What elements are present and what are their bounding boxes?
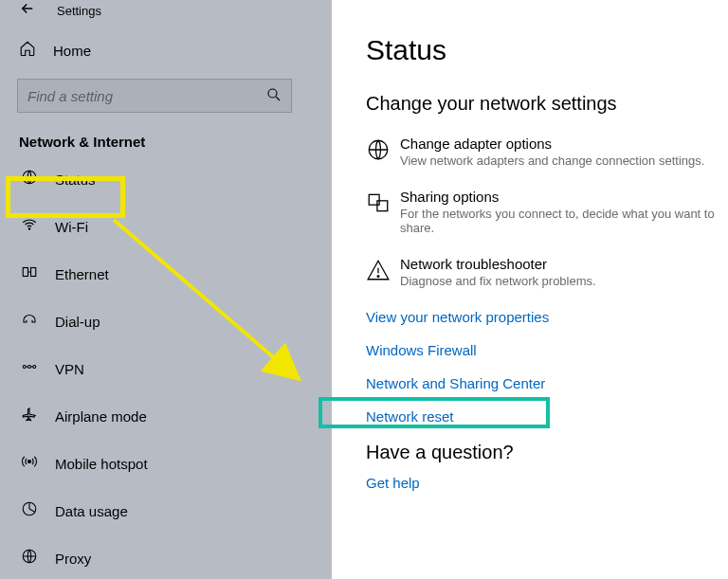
adapter-icon — [366, 136, 400, 168]
svg-point-8 — [28, 461, 31, 463]
option-title: Change adapter options — [400, 136, 719, 152]
vpn-icon — [19, 358, 40, 379]
hotspot-icon — [19, 453, 40, 474]
svg-point-14 — [377, 276, 379, 278]
search-input[interactable] — [17, 79, 292, 113]
option-desc: View network adapters and change connect… — [400, 154, 719, 168]
option-sharing[interactable]: Sharing options For the networks you con… — [366, 189, 728, 235]
nav-label: Proxy — [55, 551, 91, 567]
sidebar-item-ethernet[interactable]: Ethernet — [17, 250, 315, 298]
svg-point-7 — [28, 366, 31, 369]
sidebar-item-airplane[interactable]: Airplane mode — [17, 392, 315, 440]
troubleshoot-icon — [366, 256, 400, 288]
nav-label: Data usage — [55, 503, 128, 519]
section-heading: Change your network settings — [366, 93, 728, 115]
title-bar: Settings — [0, 0, 332, 22]
sidebar-item-wifi[interactable]: Wi-Fi — [17, 203, 315, 250]
airplane-icon — [19, 406, 40, 426]
link-view-properties[interactable]: View your network properties — [366, 309, 728, 325]
sidebar-section-header: Network & Internet — [17, 134, 315, 150]
option-adapter[interactable]: Change adapter options View network adap… — [366, 136, 728, 168]
svg-point-5 — [23, 366, 26, 369]
svg-rect-3 — [23, 268, 27, 277]
option-desc: Diagnose and fix network problems. — [400, 274, 719, 288]
sidebar-item-datausage[interactable]: Data usage — [17, 487, 315, 534]
sidebar-item-status[interactable]: Status — [17, 155, 315, 203]
question-heading: Have a question? — [366, 442, 728, 463]
svg-point-0 — [268, 89, 277, 98]
option-troubleshooter[interactable]: Network troubleshooter Diagnose and fix … — [366, 256, 728, 288]
option-title: Network troubleshooter — [400, 256, 719, 272]
back-arrow-icon[interactable] — [19, 0, 47, 22]
nav-label: Dial-up — [55, 314, 100, 330]
sidebar-item-home[interactable]: Home — [17, 31, 315, 69]
nav-label: Wi-Fi — [55, 219, 88, 235]
home-icon — [17, 40, 38, 61]
nav-label: Status — [55, 172, 96, 188]
data-usage-icon — [19, 500, 40, 521]
svg-point-2 — [28, 228, 30, 230]
option-title: Sharing options — [400, 189, 719, 205]
sidebar-item-hotspot[interactable]: Mobile hotspot — [17, 440, 315, 487]
window-title: Settings — [57, 4, 101, 18]
ethernet-icon — [19, 263, 40, 284]
home-label: Home — [53, 43, 91, 59]
sidebar-item-dialup[interactable]: Dial-up — [17, 298, 315, 345]
status-icon — [19, 169, 40, 190]
nav-label: VPN — [55, 361, 84, 377]
sidebar-item-vpn[interactable]: VPN — [17, 345, 315, 392]
sidebar-item-proxy[interactable]: Proxy — [17, 534, 315, 579]
link-network-sharing-center[interactable]: Network and Sharing Center — [366, 375, 728, 391]
nav-label: Ethernet — [55, 266, 109, 282]
link-network-reset[interactable]: Network reset — [366, 408, 728, 425]
wifi-icon — [19, 216, 40, 237]
search-box[interactable] — [17, 79, 292, 113]
link-windows-firewall[interactable]: Windows Firewall — [366, 342, 728, 358]
option-desc: For the networks you connect to, decide … — [400, 207, 719, 235]
sharing-icon — [366, 189, 400, 235]
svg-rect-4 — [31, 268, 36, 277]
main-content: Status Change your network settings Chan… — [332, 0, 728, 579]
link-get-help[interactable]: Get help — [366, 475, 728, 491]
proxy-icon — [19, 548, 40, 569]
settings-sidebar: Settings Home Network & Internet — [0, 0, 332, 579]
dialup-icon — [19, 311, 40, 332]
svg-point-6 — [33, 366, 36, 369]
nav-label: Airplane mode — [55, 408, 147, 425]
nav-label: Mobile hotspot — [55, 456, 148, 472]
page-title: Status — [366, 34, 728, 66]
search-icon — [265, 86, 282, 107]
